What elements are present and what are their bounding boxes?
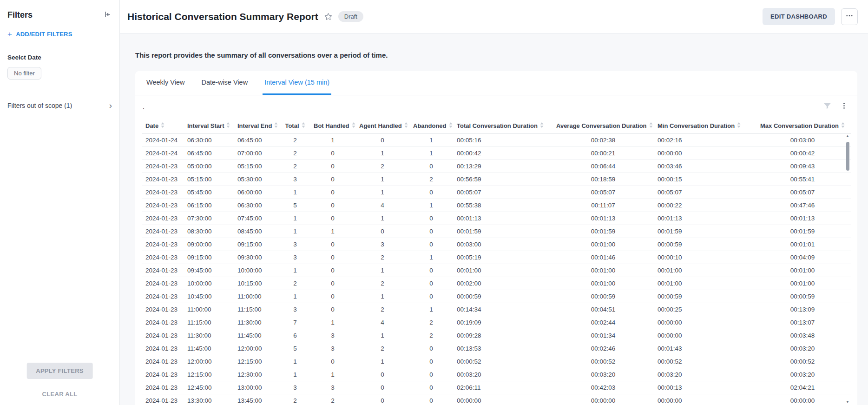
- column-header-abandoned[interactable]: Abandoned: [409, 118, 453, 134]
- add-edit-filters-button[interactable]: + ADD/EDIT FILTERS: [7, 30, 72, 38]
- column-label: Average Conversation Duration: [556, 122, 647, 129]
- table-row[interactable]: 2024-01-2309:45:0010:00:00101000:01:0000…: [142, 264, 851, 277]
- sort-icon[interactable]: [841, 122, 845, 129]
- table-cell: 2024-01-23: [142, 316, 184, 329]
- sort-icon[interactable]: [737, 122, 741, 129]
- table-cell: 0: [310, 303, 355, 316]
- table-cell: 1: [310, 368, 355, 381]
- scrollbar-thumb[interactable]: [846, 142, 849, 171]
- table-row[interactable]: 2024-01-2312:15:0012:30:00110000:03:2000…: [142, 368, 851, 381]
- table-cell: 00:00:59: [654, 238, 751, 251]
- column-header-average-conversation-duration[interactable]: Average Conversation Duration: [552, 118, 654, 134]
- table-cell: 12:45:00: [184, 381, 234, 394]
- filters-title: Filters: [7, 10, 33, 20]
- column-header-min-conversation-duration[interactable]: Min Conversation Duration: [654, 118, 751, 134]
- table-cell: 09:45:00: [184, 264, 234, 277]
- table-cell: 1: [409, 303, 453, 316]
- table-cell: 00:42:03: [552, 381, 654, 394]
- favorite-star-icon[interactable]: [324, 13, 332, 20]
- scroll-up-icon[interactable]: ▲: [845, 134, 850, 139]
- sort-icon[interactable]: [649, 122, 653, 129]
- tab-weekly-view[interactable]: Weekly View: [145, 71, 186, 95]
- table-cell: 00:01:13: [453, 212, 552, 225]
- sort-icon[interactable]: [352, 122, 355, 129]
- column-header-max-conversation-duration[interactable]: Max Conversation Duration: [751, 118, 851, 134]
- table-cell: 1: [409, 199, 453, 212]
- column-header-date[interactable]: Date: [142, 118, 184, 134]
- tab-date-wise-view[interactable]: Date-wise View: [199, 71, 250, 95]
- table-filter-button[interactable]: [822, 100, 833, 113]
- table-cell: 00:03:20: [453, 368, 552, 381]
- column-header-bot-handled[interactable]: Bot Handled: [310, 118, 355, 134]
- sort-icon[interactable]: [302, 122, 305, 129]
- table-row[interactable]: 2024-01-2305:45:0006:00:00101000:05:0700…: [142, 186, 851, 199]
- table-cell: 00:04:51: [552, 303, 654, 316]
- table-cell: 05:00:00: [184, 160, 234, 173]
- table-row[interactable]: 2024-01-2306:15:0006:30:00504100:55:3800…: [142, 199, 851, 212]
- sort-icon[interactable]: [161, 122, 164, 129]
- page-title: Historical Conversation Summary Report: [127, 11, 318, 22]
- table-cell: 1: [355, 355, 409, 368]
- collapse-sidebar-button[interactable]: [102, 9, 112, 21]
- app-window: Filters + ADD/EDIT FILTERS Seelct Date N…: [0, 0, 868, 405]
- table-row[interactable]: 2024-01-2311:30:0011:45:00631200:09:2800…: [142, 329, 851, 342]
- table-cell: 3: [280, 381, 310, 394]
- sort-icon[interactable]: [274, 122, 278, 129]
- table-row[interactable]: 2024-01-2311:15:0011:30:00714200:19:0900…: [142, 316, 851, 329]
- table-row[interactable]: 2024-01-2312:00:0012:15:00101000:00:5200…: [142, 355, 851, 368]
- edit-dashboard-button[interactable]: EDIT DASHBOARD: [763, 8, 835, 25]
- table-cell: 1: [280, 290, 310, 303]
- sort-icon[interactable]: [226, 122, 230, 129]
- table-row[interactable]: 2024-01-2312:45:0013:00:00330002:06:1100…: [142, 381, 851, 394]
- sort-icon[interactable]: [540, 122, 544, 129]
- table-row[interactable]: 2024-01-2310:00:0010:15:00202000:02:0000…: [142, 277, 851, 290]
- table-cell: 00:05:19: [453, 251, 552, 264]
- table-row[interactable]: 2024-01-2309:00:0009:15:00303000:03:0000…: [142, 238, 851, 251]
- table-cell: 11:45:00: [234, 329, 280, 342]
- table-row[interactable]: 2024-01-2305:00:0005:15:00202000:13:2900…: [142, 160, 851, 173]
- ellipsis-icon: [845, 12, 854, 21]
- table-cell: 10:15:00: [234, 277, 280, 290]
- table-cell: 00:00:22: [654, 199, 751, 212]
- table-cell: 12:00:00: [184, 355, 234, 368]
- column-header-total[interactable]: Total: [280, 118, 310, 134]
- table-row[interactable]: 2024-01-2311:00:0011:15:00302100:14:3400…: [142, 303, 851, 316]
- column-header-interval-end[interactable]: Interval End: [234, 118, 280, 134]
- table-menu-button[interactable]: [839, 101, 849, 112]
- vertical-scrollbar[interactable]: ▲ ▼: [844, 134, 851, 405]
- table-cell: 2024-01-23: [142, 355, 184, 368]
- table-cell: 00:02:46: [552, 342, 654, 355]
- column-header-interval-start[interactable]: Interval Start: [184, 118, 234, 134]
- sort-icon[interactable]: [449, 122, 453, 129]
- scroll-down-icon[interactable]: ▼: [845, 400, 850, 405]
- more-options-button[interactable]: [841, 8, 858, 25]
- table-cell: 3: [280, 173, 310, 186]
- table-row[interactable]: 2024-01-2305:15:0005:30:00301200:56:5900…: [142, 173, 851, 186]
- column-header-total-conversation-duration[interactable]: Total Conversation Duration: [453, 118, 552, 134]
- table-cell: 4: [355, 199, 409, 212]
- table-cell: 1: [310, 316, 355, 329]
- table-row[interactable]: 2024-01-2309:15:0009:30:00302100:05:1900…: [142, 251, 851, 264]
- filters-out-of-scope-row[interactable]: Filters out of scope (1) ›: [7, 101, 112, 110]
- conversation-summary-table: DateInterval StartInterval EndTotalBot H…: [142, 118, 851, 405]
- table-row[interactable]: 2024-01-2311:45:0012:00:00532000:13:5300…: [142, 342, 851, 355]
- table-cell: 7: [280, 316, 310, 329]
- table-cell: 08:45:00: [234, 225, 280, 238]
- table-cell: 11:00:00: [234, 290, 280, 303]
- apply-filters-button[interactable]: APPLY FILTERS: [26, 363, 93, 379]
- table-cell: 1: [280, 186, 310, 199]
- table-row[interactable]: 2024-01-2308:30:0008:45:00110000:01:5900…: [142, 225, 851, 238]
- tab-interval-view-15-min[interactable]: Interval View (15 min): [263, 71, 331, 95]
- column-header-agent-handled[interactable]: Agent Handled: [355, 118, 409, 134]
- table-cell: 00:01:00: [453, 264, 552, 277]
- table-row[interactable]: 2024-01-2307:30:0007:45:00101000:01:1300…: [142, 212, 851, 225]
- clear-all-button[interactable]: CLEAR ALL: [42, 391, 78, 398]
- table-row[interactable]: 2024-01-2406:30:0006:45:00210100:05:1600…: [142, 134, 851, 147]
- table-cell: 00:00:52: [552, 355, 654, 368]
- table-cell: 00:01:59: [453, 225, 552, 238]
- table-row[interactable]: 2024-01-2406:45:0007:00:00201100:00:4200…: [142, 147, 851, 160]
- table-row[interactable]: 2024-01-2313:30:0013:45:00220000:00:0000…: [142, 394, 851, 405]
- table-row[interactable]: 2024-01-2310:45:0011:00:00101000:00:5900…: [142, 290, 851, 303]
- no-filter-chip[interactable]: No filter: [7, 67, 41, 80]
- sort-icon[interactable]: [404, 122, 408, 129]
